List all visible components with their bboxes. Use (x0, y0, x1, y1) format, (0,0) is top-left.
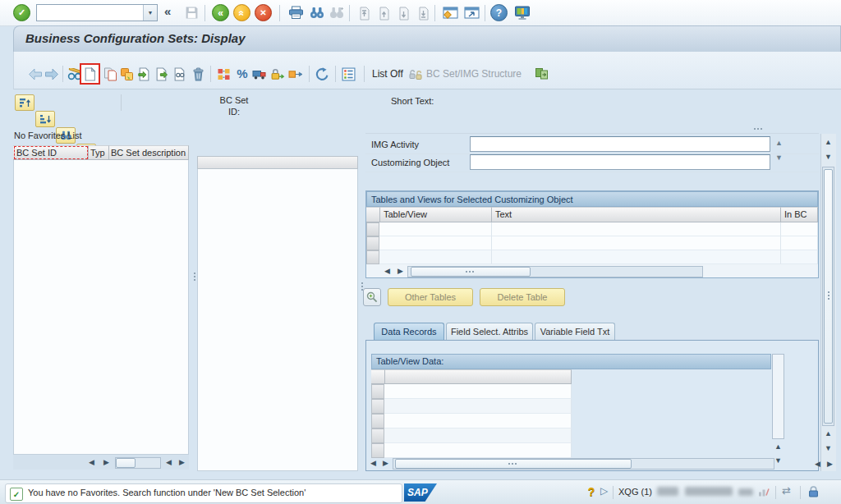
row-selector-cell[interactable] (371, 399, 384, 414)
cancel-button[interactable]: ✕ (255, 4, 272, 21)
scroll-back-button[interactable] (27, 66, 44, 82)
inner-vscroll-track[interactable] (772, 354, 784, 439)
transport-button[interactable] (250, 66, 269, 82)
table-cell[interactable] (384, 428, 572, 443)
collapse-toolbar-button[interactable]: « (164, 4, 171, 18)
table-cell[interactable] (384, 414, 572, 428)
assign-button[interactable] (287, 66, 305, 82)
display-documentation-button[interactable] (172, 66, 188, 82)
help-button[interactable]: ? (490, 4, 508, 21)
column-header-table-view[interactable]: Table/View (380, 207, 492, 222)
command-field-input[interactable] (37, 5, 143, 21)
favorites-hscroll-thumb[interactable] (116, 458, 136, 468)
sort-descending-button[interactable] (35, 111, 55, 127)
bc-set-tree-area[interactable] (197, 169, 358, 471)
import-document-button[interactable] (136, 66, 152, 82)
customizing-object-input[interactable] (470, 154, 770, 170)
find-button[interactable] (308, 5, 326, 21)
save-button[interactable] (183, 5, 200, 21)
command-field-dropdown-button[interactable]: ▼ (143, 5, 157, 21)
print-button[interactable] (287, 5, 305, 21)
new-session-button[interactable] (441, 5, 461, 21)
table-cell[interactable] (781, 222, 818, 236)
table-cell[interactable] (379, 236, 492, 250)
percentage-button[interactable]: % (234, 65, 250, 81)
hscroll-thumb[interactable] (411, 267, 531, 277)
detail-list-button[interactable] (339, 66, 357, 82)
activate-button[interactable] (269, 66, 287, 82)
scroll-forward-button[interactable] (44, 66, 60, 82)
export-document-button[interactable] (154, 66, 170, 82)
other-tables-button[interactable]: Other Tables (388, 288, 473, 306)
column-scroll-left-button[interactable]: ◀ (163, 456, 175, 469)
table-cell[interactable] (492, 236, 781, 250)
column-scroll-right-button[interactable]: ▶ (176, 456, 188, 469)
delete-button[interactable] (190, 66, 206, 82)
splitter-grip[interactable] (754, 128, 764, 130)
list-off-button[interactable]: List Off (372, 68, 403, 80)
table-cell[interactable] (379, 250, 492, 264)
favorites-list-area[interactable] (13, 160, 189, 455)
new-bc-set-button-highlighted[interactable] (80, 63, 100, 85)
last-page-button[interactable] (415, 4, 431, 21)
table-cell[interactable] (781, 236, 818, 250)
outer-scroll-down-button[interactable]: ▼ (822, 151, 834, 163)
scroll-right-button[interactable]: ▶ (100, 456, 113, 469)
outer-scroll-down-button-bottom[interactable]: ▼ (822, 442, 834, 455)
scroll-right-button[interactable]: ▶ (379, 457, 392, 470)
table-cell[interactable] (384, 399, 572, 414)
outer-scroll-left-button[interactable]: ◀ (811, 458, 824, 470)
row-selector-cell[interactable] (371, 384, 384, 399)
scroll-left-button[interactable]: ◀ (367, 457, 379, 470)
row-selector-cell[interactable] (366, 236, 379, 250)
exit-up-button[interactable]: « (233, 4, 250, 21)
form-scroll-down-button[interactable]: ▼ (773, 152, 785, 164)
response-time-icon[interactable] (757, 485, 770, 498)
back-button[interactable]: « (212, 4, 229, 21)
previous-page-button[interactable] (375, 4, 392, 21)
performance-key-icon[interactable]: ? (585, 484, 598, 499)
scroll-up-button[interactable]: ▲ (772, 441, 784, 453)
table-cell[interactable] (384, 443, 572, 458)
table-cell[interactable] (384, 384, 572, 399)
bc-set-img-structure-button[interactable]: BC Set/IMG Structure (426, 68, 522, 80)
data-column-header[interactable] (385, 369, 572, 384)
create-shortcut-button[interactable] (462, 5, 482, 21)
column-header-bc-set-id[interactable]: BC Set ID (13, 145, 89, 160)
row-selector-cell[interactable] (371, 428, 384, 443)
splitter-grip[interactable] (194, 273, 195, 282)
tab-variable-field-txt[interactable]: Variable Field Txt (535, 323, 615, 340)
favorites-hscroll-track[interactable] (115, 457, 161, 469)
row-selector-cell[interactable] (366, 222, 379, 236)
insert-mode-icon[interactable]: ⇄ (782, 484, 791, 497)
customize-layout-button[interactable] (512, 4, 532, 21)
enter-button[interactable]: ✓ (13, 4, 30, 21)
table-cell[interactable] (379, 222, 492, 236)
compare-button[interactable] (215, 66, 232, 82)
next-page-button[interactable] (395, 4, 411, 21)
column-header-in-bc[interactable]: In BC (781, 207, 818, 222)
table-cell[interactable] (492, 222, 781, 236)
scroll-right-button[interactable]: ▶ (394, 265, 407, 277)
table-cell[interactable] (781, 250, 818, 264)
scroll-left-button[interactable]: ◀ (381, 265, 393, 277)
column-header-bc-set-description[interactable]: BC Set description (109, 145, 189, 160)
row-selector-cell[interactable] (366, 250, 379, 264)
tab-data-records[interactable]: Data Records (374, 323, 444, 340)
play-icon[interactable]: ▷ (600, 485, 608, 497)
lock-icon[interactable] (807, 483, 820, 500)
column-header-typ[interactable]: Typ (89, 145, 109, 160)
scroll-left-button[interactable]: ◀ (85, 456, 98, 469)
column-header-text[interactable]: Text (492, 207, 781, 222)
outer-vscroll-thumb[interactable] (824, 169, 833, 424)
hscroll-track[interactable] (407, 266, 703, 277)
search-table-button[interactable] (363, 288, 381, 306)
outer-scroll-up-button-bottom[interactable]: ▲ (822, 428, 834, 440)
outer-scroll-up-button[interactable]: ▲ (822, 136, 834, 149)
outer-vscroll-track[interactable] (822, 167, 834, 426)
form-scroll-up-button[interactable]: ▲ (773, 137, 785, 149)
delete-table-button[interactable]: Delete Table (480, 288, 565, 306)
row-selector-cell[interactable] (371, 414, 384, 428)
row-selector-cell[interactable] (371, 443, 384, 458)
bottom-hscroll-track[interactable] (393, 458, 774, 470)
